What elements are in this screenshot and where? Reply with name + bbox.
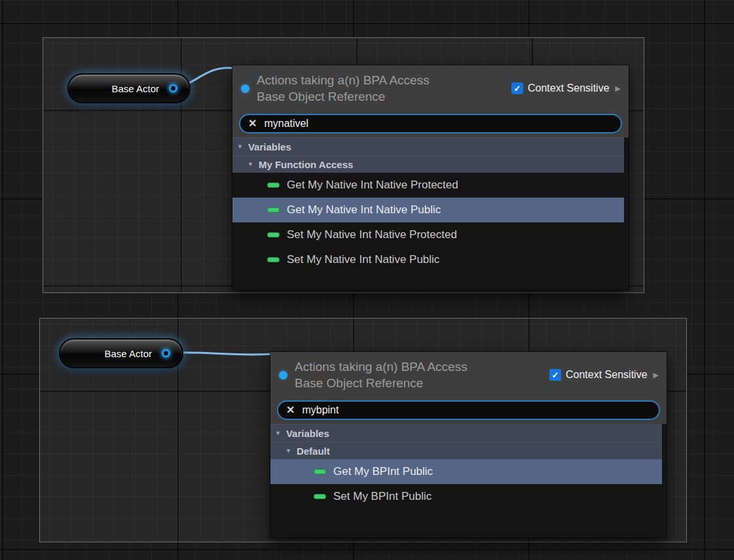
category-row-variables[interactable]: ▼ Variables [270, 424, 662, 442]
collapse-arrow-icon: ▼ [275, 430, 281, 436]
context-sensitive-checkbox[interactable]: ✓ [549, 369, 561, 381]
variable-pill-icon [267, 232, 280, 237]
context-menu-header: Actions taking a(n) BPA Access Base Obje… [232, 65, 629, 137]
menu-title-line1: Actions taking a(n) BPA Access [257, 72, 511, 88]
clear-search-icon[interactable]: ✕ [248, 118, 257, 129]
node-title: Base Actor [111, 83, 159, 94]
clear-search-icon[interactable]: ✕ [286, 405, 295, 415]
title-row: Actions taking a(n) BPA Access Base Obje… [239, 72, 622, 105]
action-item-selected[interactable]: Get My BPInt Public [270, 459, 662, 484]
context-sensitive-toggle[interactable]: ✓ Context Sensitive ▶ [511, 82, 622, 94]
object-pin-icon [279, 371, 287, 379]
category-row-default[interactable]: ▼ Default [270, 442, 662, 459]
action-list: ▼ Variables ▼ My Function Access Get My … [232, 137, 629, 290]
action-item-label: Set My BPInt Public [333, 490, 431, 503]
category-label: Default [297, 446, 330, 457]
collapse-arrow-icon: ▼ [248, 161, 253, 167]
base-actor-node[interactable]: Base Actor [67, 73, 191, 103]
search-box[interactable]: ✕ [277, 400, 660, 420]
context-menu: Actions taking a(n) BPA Access Base Obje… [232, 65, 629, 290]
action-item[interactable]: Set My BPInt Public [270, 484, 662, 509]
variable-pill-icon [314, 469, 326, 474]
menu-title-line1: Actions taking a(n) BPA Access [295, 359, 549, 375]
object-pin-icon [241, 84, 249, 93]
action-item[interactable]: Get My Native Int Native Protected [232, 173, 624, 198]
collapse-arrow-icon: ▼ [285, 447, 291, 454]
context-sensitive-checkbox[interactable]: ✓ [511, 82, 523, 94]
title-row: Actions taking a(n) BPA Access Base Obje… [277, 359, 660, 391]
action-search-input[interactable] [264, 118, 613, 130]
node-title: Base Actor [104, 348, 152, 359]
submenu-arrow-icon[interactable]: ▶ [653, 371, 659, 379]
action-item-selected[interactable]: Get My Native Int Native Public [232, 198, 624, 222]
action-item[interactable]: Set My Native Int Native Public [232, 247, 624, 272]
menu-title: Actions taking a(n) BPA Access Base Obje… [257, 72, 511, 105]
context-menu-header: Actions taking a(n) BPA Access Base Obje… [270, 352, 667, 424]
action-item-label: Set My Native Int Native Protected [287, 228, 457, 241]
action-item-label: Set My Native Int Native Public [287, 253, 439, 266]
output-pin[interactable] [169, 84, 177, 93]
action-item-label: Get My BPInt Public [333, 465, 433, 478]
variable-pill-icon [267, 207, 280, 213]
blueprint-graph[interactable]: Base Actor Base Actor Actions taking a(n… [0, 0, 734, 560]
search-box[interactable]: ✕ [239, 114, 622, 133]
variable-pill-icon [267, 257, 280, 262]
context-sensitive-label: Context Sensitive [566, 369, 648, 381]
context-sensitive-toggle[interactable]: ✓ Context Sensitive ▶ [549, 369, 660, 381]
action-item-label: Get My Native Int Native Protected [287, 179, 458, 192]
menu-title-line2: Base Object Reference [257, 88, 511, 105]
variable-pill-icon [267, 183, 280, 188]
action-list: ▼ Variables ▼ Default Get My BPInt Publi… [270, 424, 667, 538]
category-row-variables[interactable]: ▼ Variables [232, 137, 624, 155]
category-label: My Function Access [259, 159, 353, 170]
base-actor-node[interactable]: Base Actor [59, 338, 183, 368]
output-pin[interactable] [162, 349, 170, 358]
category-label: Variables [248, 141, 291, 152]
menu-title-line2: Base Object Reference [295, 375, 549, 391]
variable-pill-icon [314, 494, 326, 499]
collapse-arrow-icon: ▼ [237, 143, 243, 150]
context-menu: Actions taking a(n) BPA Access Base Obje… [270, 352, 667, 538]
submenu-arrow-icon[interactable]: ▶ [615, 84, 621, 93]
action-search-input[interactable] [302, 404, 651, 416]
category-label: Variables [286, 428, 329, 439]
action-item-label: Get My Native Int Native Public [287, 203, 441, 217]
menu-title: Actions taking a(n) BPA Access Base Obje… [295, 359, 549, 391]
action-item[interactable]: Set My Native Int Native Protected [232, 222, 624, 247]
category-row-my-function-access[interactable]: ▼ My Function Access [232, 155, 624, 173]
context-sensitive-label: Context Sensitive [528, 82, 610, 94]
